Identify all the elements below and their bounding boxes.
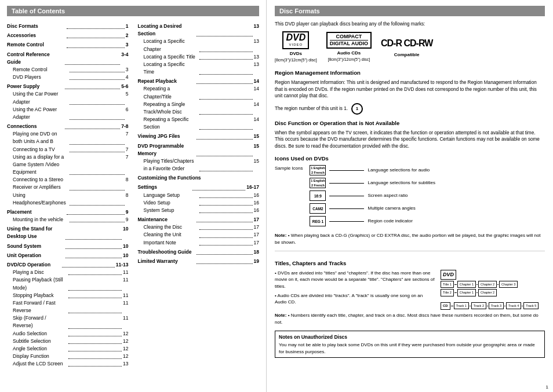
icon-row-region: REG 1 Region code indicator [310, 216, 545, 226]
toc-dots [67, 41, 124, 47]
toc-item-title: Using the Stand for Desktop Use [7, 225, 64, 240]
toc-item-page: 10 [123, 225, 128, 240]
toc-item-page: 1 [126, 23, 129, 30]
toc-dots [199, 116, 253, 130]
toc-item: Sound System10 [7, 243, 129, 250]
toc-item-page: 10 [123, 252, 128, 259]
note-text: • When playing back a CD-G (Graphics) or… [275, 233, 541, 245]
icons-list: 1 English 2 French Language selections f… [310, 165, 545, 229]
toc-item: Cleaning the Unit17 [138, 231, 260, 239]
cd-logo-group: COMPACT DIGITAL AUDIO Audio CDs [8cm(3")… [326, 32, 372, 63]
toc-item-page: 6 [126, 106, 129, 121]
toc-item: Placement9 [7, 208, 129, 216]
toc-item-page: 12 [123, 353, 128, 360]
toc-item: Locating a Specific Time13 [138, 61, 260, 76]
toc-item-title: Maintenance [138, 216, 195, 224]
toc-item-title: Important Note [144, 239, 198, 247]
note2-section: Note: • Numbers identify each title, cha… [275, 312, 545, 326]
toc-col1: Disc Formats1Accessories2Remote Control3… [7, 21, 129, 368]
toc-dots [68, 269, 122, 275]
toc-item-page: 4 [126, 74, 129, 81]
toc-item-title: Fast Forward / Fast Reverse [13, 299, 67, 314]
region-number-line: The region number of this unit is 1. 1 [275, 103, 545, 115]
toc-dots [199, 61, 253, 75]
toc-item: Troubleshooting Guide18 [138, 248, 260, 256]
icon-subtitles: 1 English 2 French [310, 178, 326, 188]
icon-line2 [329, 183, 364, 184]
toc-header: Table of Contents [7, 6, 259, 16]
toc-dots [199, 53, 253, 60]
toc-dots [68, 292, 122, 298]
toc-dots [65, 83, 121, 89]
toc-item-page: 11 [123, 269, 128, 276]
toc-dots [199, 239, 253, 246]
toc-item-page: 5 [126, 90, 129, 105]
toc-item-page: 15 [254, 142, 259, 157]
toc-item-page: 7 [126, 130, 129, 145]
toc-dots [67, 208, 124, 215]
digital-audio-text: DIGITAL AUDIO [330, 41, 368, 46]
toc-item-title: Viewing JPG Files [138, 133, 195, 140]
toc-item-title: Using the AC Power Adapter [13, 106, 68, 121]
toc-item: Connecting to a Stereo Receiver or Ampli… [7, 176, 129, 191]
cdr-logo-group: CD-R CD-RW Compatible [381, 36, 432, 58]
disc-logos: DVD VIDEO DVDs [8cm(3")/12cm(5") disc] C… [275, 31, 545, 64]
icon-desc-camera: Multiple camera angles [368, 205, 415, 212]
toc-item: Fast Forward / Fast Reverse11 [7, 299, 129, 314]
toc-dots [67, 23, 124, 29]
toc-item: Language Setup16 [138, 192, 260, 199]
toc-item-title: Using as a display for a Game System /Vi… [13, 153, 68, 177]
icon-row-aspect: 16:9 Screen aspect ratio [310, 190, 545, 201]
toc-dots [197, 133, 253, 139]
toc-item-title: Locating a Specific Time [144, 61, 198, 76]
toc-dots [197, 142, 253, 156]
titles-text: • DVDs are divided into "titles" and "ch… [275, 270, 435, 310]
toc-item: Playing a Disc11 [7, 269, 129, 276]
toc-item-page: 17 [254, 231, 259, 239]
icon-line5 [329, 221, 364, 222]
toc-item: Remote Control3 [7, 66, 129, 74]
toc-dots [199, 157, 253, 171]
toc-item: Repeating a Specific Section14 [138, 116, 260, 131]
note-label: Note: [275, 233, 286, 238]
toc-item-page: 11 [123, 276, 128, 291]
icons-sample-label: Sample Icons [275, 165, 303, 229]
titles-title: Titles, Chapters and Tracks [275, 259, 545, 268]
dvd-logo-group: DVD VIDEO DVDs [8cm(3")/12cm(5") disc] [275, 31, 317, 64]
toc-item: DVD/CD Operation11-13 [7, 261, 129, 269]
toc-item-title: Cleaning the Unit [144, 231, 198, 239]
toc-item: Using Headphones/Earphones8 [7, 192, 129, 207]
toc-item-title: Stopping Playback [13, 292, 67, 299]
toc-dots [68, 353, 122, 359]
toc-item: Stopping Playback11 [7, 292, 129, 299]
toc-item-title: Cleaning the Disc [144, 224, 198, 231]
toc-item-page: 9 [126, 208, 129, 216]
toc-dots [68, 338, 122, 344]
toc-item-title: System Setup [144, 207, 198, 214]
toc-dots [66, 252, 122, 258]
toc-item-title: Locating a Specific Title [144, 53, 198, 61]
icon-row-subtitles: 1 English 2 French Language selections f… [310, 178, 545, 188]
toc-dots [197, 23, 253, 36]
toc-item-title: Customizing the Functions [138, 174, 260, 182]
toc-item: Important Note17 [138, 239, 260, 247]
toc-dots [68, 330, 122, 336]
note-section: Note: • When playing back a CD-G (Graphi… [275, 232, 545, 246]
disc-formats-content: This DVD player can playback discs beari… [275, 21, 545, 358]
titles-diagram: DVD Title 1 Chapter 1 Chapter 2 Chapter … [441, 270, 545, 310]
toc-dots [68, 314, 122, 328]
toc-item-page: 14 [254, 85, 259, 100]
toc-item: Playing Titles/Chapters in a Favorite Or… [138, 157, 260, 173]
toc-item-page: 10 [123, 243, 128, 250]
dvd-logo-text: DVD [286, 33, 305, 42]
toc-item: Mounting in the vehicle9 [7, 216, 129, 224]
toc-item-page: 11 [123, 292, 128, 299]
toc-item-title: Angle Selection [13, 345, 67, 353]
toc-dots [66, 243, 122, 249]
region-text: Region Management Information: This unit… [275, 79, 545, 100]
toc-columns: Disc Formats1Accessories2Remote Control3… [7, 21, 259, 368]
toc-item-page: 18 [254, 248, 259, 256]
toc-item-title: Playing a Disc [13, 269, 67, 276]
toc-item-title: Control Reference Guide [7, 51, 64, 66]
icon-row-audio: 1 English 2 French Language selections f… [310, 165, 545, 175]
